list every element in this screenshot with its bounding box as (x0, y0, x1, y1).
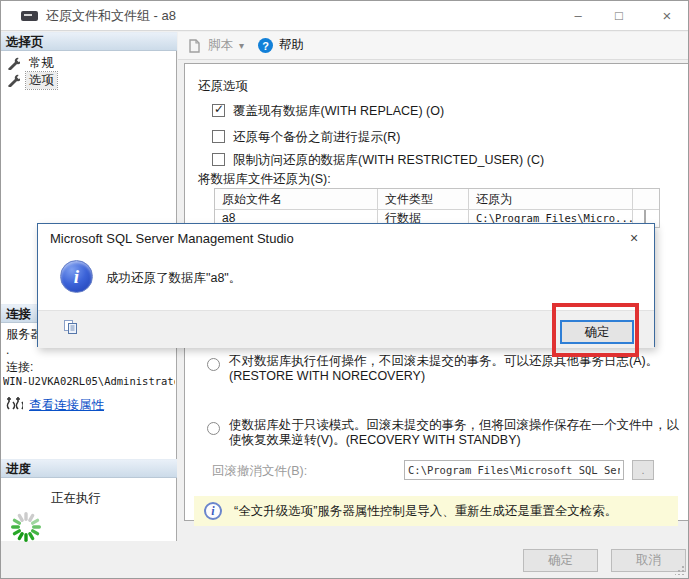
title-bar: 还原文件和文件组 - a8 – □ × (1, 1, 688, 31)
restore-as-label: 将数据库文件还原为(S): (198, 171, 331, 188)
resize-grip[interactable] (675, 565, 685, 575)
message-box-close-icon[interactable]: × (620, 224, 648, 254)
checkbox-label: 限制访问还原的数据库(WITH RESTRICTED_USER) (C) (233, 153, 544, 167)
wrench-icon (7, 74, 20, 87)
help-button[interactable]: 帮助 (279, 37, 304, 54)
message-box-title: Microsoft SQL Server Management Studio (50, 224, 294, 254)
checkbox-row-prompt[interactable]: ✓ 还原每个备份之前进行提示(R) (212, 130, 400, 144)
fulltext-info-bar: i “全文升级选项”服务器属性控制是导入、重新生成还是重置全文检索。 (194, 496, 678, 526)
browse-button[interactable]: . (632, 460, 654, 480)
minimize-button[interactable]: – (561, 1, 595, 31)
table-header-row: 原始文件名 文件类型 还原为 (215, 189, 659, 210)
check-icon: ✓ (214, 102, 224, 116)
message-box: Microsoft SQL Server Management Studio ×… (37, 223, 655, 347)
radio-icon[interactable] (207, 422, 220, 435)
radio-label-line: 使数据库处于只读模式。回滚未提交的事务，但将回滚操作保存在一个文件中，以 (229, 418, 679, 433)
restore-files-and-filegroups-dialog: 还原文件和文件组 - a8 – □ × 选择页 常规 选项 连接 服务器 . 连… (0, 0, 689, 579)
connection-label: 连接: (6, 359, 33, 376)
sidebar-item-general[interactable]: 常规 (7, 55, 57, 72)
progress-status: 正在执行 (51, 490, 101, 507)
window-icon (21, 11, 38, 21)
message-box-text: 成功还原了数据库"a8"。 (106, 270, 241, 287)
radio-norecovery[interactable]: 不对数据库执行任何操作，不回滚未提交的事务。可以还原其他事务日志(A)。 (RE… (207, 354, 658, 384)
column-header: 文件类型 (378, 189, 469, 210)
radio-standby[interactable]: 使数据库处于只读模式。回滚未提交的事务，但将回滚操作保存在一个文件中，以 使恢复… (207, 418, 679, 448)
server-value: . (6, 343, 9, 357)
message-box-ok-button[interactable]: 确定 (560, 320, 634, 344)
script-button[interactable]: 脚本 (208, 37, 233, 54)
sidebar-item-label: 选项 (26, 72, 57, 89)
maximize-button[interactable]: □ (602, 1, 636, 31)
checkbox-row-overwrite[interactable]: ✓ 覆盖现有数据库(WITH REPLACE) (O) (212, 104, 444, 118)
copy-icon[interactable] (62, 319, 79, 336)
radio-label-line: (RESTORE WITH NORECOVERY) (229, 369, 658, 384)
rollback-file-input[interactable] (404, 460, 624, 480)
radio-label-line: 不对数据库执行任何操作，不回滚未提交的事务。可以还原其他事务日志(A)。 (229, 354, 658, 369)
connection-value: WIN-U2VKA02RL05\Administrato (3, 375, 175, 387)
checkbox[interactable]: ✓ (212, 153, 225, 166)
column-header: 还原为 (469, 189, 633, 210)
ok-button[interactable]: 确定 (523, 549, 598, 572)
wrench-icon (7, 57, 20, 70)
fulltext-info-message: “全文升级选项”服务器属性控制是导入、重新生成还是重置全文检索。 (234, 503, 617, 520)
connection-properties-icon (6, 396, 23, 411)
sidebar-item-label: 常规 (26, 55, 57, 72)
column-header: 原始文件名 (215, 189, 378, 210)
progress-spinner-icon (9, 510, 43, 544)
toolbar: 脚本 ▾ ? 帮助 (178, 32, 689, 60)
close-button[interactable]: × (650, 1, 684, 31)
information-icon: i (60, 260, 93, 293)
info-icon: i (204, 502, 222, 520)
sidebar-item-options[interactable]: 选项 (7, 72, 57, 89)
checkbox[interactable]: ✓ (212, 130, 225, 143)
checkbox-label: 还原每个备份之前进行提示(R) (233, 130, 400, 144)
rollback-file-label: 回滚撤消文件(B): (212, 463, 307, 480)
checkbox[interactable]: ✓ (212, 104, 225, 117)
radio-label-line: 使恢复效果逆转(V)。(RECOVERY WITH STANDBY) (229, 433, 679, 448)
script-icon (187, 38, 202, 54)
radio-icon[interactable] (207, 358, 220, 371)
help-icon: ? (258, 38, 273, 53)
file-restore-table: 原始文件名 文件类型 还原为 a8 行数据 C:\Program Files\M… (214, 188, 660, 228)
column-header-blank (633, 189, 659, 210)
script-dropdown-arrow-icon[interactable]: ▾ (239, 40, 244, 51)
progress-header: 进度 (1, 459, 177, 478)
checkbox-label: 覆盖现有数据库(WITH REPLACE) (O) (233, 104, 444, 118)
view-connection-properties-link[interactable]: 查看连接属性 (29, 397, 104, 414)
checkbox-row-restricted[interactable]: ✓ 限制访问还原的数据库(WITH RESTRICTED_USER) (C) (212, 153, 544, 167)
window-title: 还原文件和文件组 - a8 (46, 1, 176, 31)
select-page-header: 选择页 (1, 32, 177, 51)
restore-options-title: 还原选项 (198, 78, 248, 95)
